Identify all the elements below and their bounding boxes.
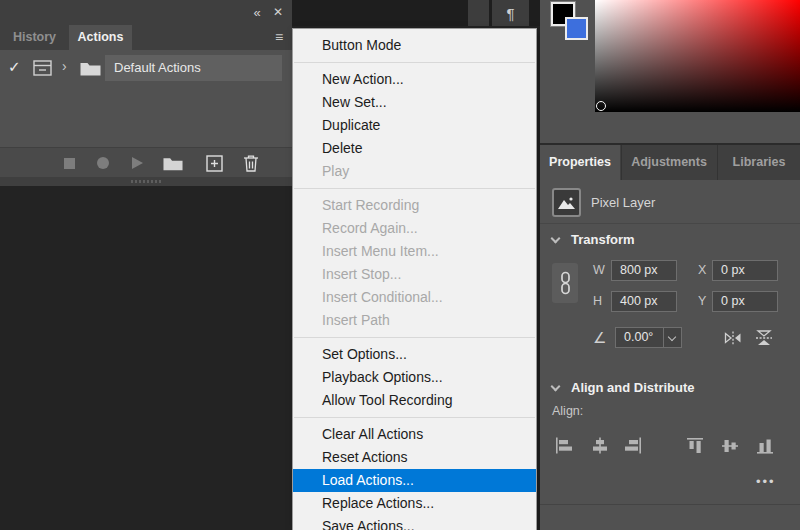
dialog-toggle-icon[interactable] <box>33 60 52 76</box>
align-horizontal-centers-button[interactable] <box>590 437 612 455</box>
background-color-swatch[interactable] <box>565 17 588 40</box>
x-label: X <box>698 260 712 281</box>
image-icon <box>556 195 577 211</box>
section-divider <box>540 504 800 505</box>
play-button[interactable] <box>124 148 150 178</box>
y-label: Y <box>698 291 712 312</box>
menu-item-save-actions[interactable]: Save Actions... <box>293 515 536 530</box>
menu-item-start-recording: Start Recording <box>293 194 536 217</box>
actions-flyout-menu: Button Mode New Action... New Set... Dup… <box>292 28 537 530</box>
menu-item-clear-all-actions[interactable]: Clear All Actions <box>293 423 536 446</box>
paragraph-panel-button[interactable]: ¶ <box>492 0 529 26</box>
align-label: Align: <box>552 404 583 418</box>
align-left-icon <box>555 437 575 454</box>
y-field[interactable]: 0 px <box>712 291 778 312</box>
set-folder-icon <box>80 61 101 76</box>
menu-item-new-action[interactable]: New Action... <box>293 68 536 91</box>
x-field[interactable]: 0 px <box>712 260 778 281</box>
transform-section-header[interactable]: Transform <box>540 230 800 250</box>
menu-separator <box>294 188 535 189</box>
tab-adjustments[interactable]: Adjustments <box>621 145 716 180</box>
rotation-angle-field[interactable]: 0.00° <box>615 327 664 348</box>
angle-dropdown-button[interactable] <box>664 327 682 348</box>
tab-history[interactable]: History <box>0 25 69 50</box>
width-field[interactable]: 800 px <box>611 260 677 281</box>
dock-panel-block[interactable] <box>468 0 489 26</box>
color-cursor-icon[interactable] <box>596 101 606 111</box>
top-dock-strip: ¶ <box>292 0 540 26</box>
menu-item-reset-actions[interactable]: Reset Actions <box>293 446 536 469</box>
menu-item-duplicate[interactable]: Duplicate <box>293 114 536 137</box>
menu-item-delete[interactable]: Delete <box>293 137 536 160</box>
record-icon <box>97 157 109 169</box>
align-section-header[interactable]: Align and Distribute <box>540 378 800 398</box>
menu-separator <box>294 337 535 338</box>
align-vertical-centers-icon <box>720 437 740 455</box>
menu-item-play: Play <box>293 160 536 183</box>
layer-type-label: Pixel Layer <box>591 182 655 224</box>
menu-item-insert-stop: Insert Stop... <box>293 263 536 286</box>
menu-separator <box>294 62 535 63</box>
panel-resize-grip[interactable] <box>0 177 292 186</box>
chain-link-icon <box>559 271 572 295</box>
align-bottom-icon <box>755 437 775 455</box>
actions-panel-titlebar: « ✕ <box>0 0 292 25</box>
align-top-icon <box>685 437 705 455</box>
menu-item-insert-conditional: Insert Conditional... <box>293 286 536 309</box>
actions-toolbar <box>0 147 292 177</box>
menu-item-allow-tool-recording[interactable]: Allow Tool Recording <box>293 389 536 412</box>
menu-item-insert-menu-item: Insert Menu Item... <box>293 240 536 263</box>
new-set-button[interactable] <box>160 148 186 178</box>
align-top-edges-button[interactable] <box>685 437 707 455</box>
align-left-edges-button[interactable] <box>555 437 577 455</box>
align-vertical-centers-button[interactable] <box>720 437 742 455</box>
right-panel: Properties Adjustments Libraries Pixel L… <box>540 0 800 530</box>
align-right-icon <box>622 437 642 454</box>
tab-properties[interactable]: Properties <box>540 145 620 180</box>
actions-panel-tabs: History Actions ≡ <box>0 25 292 50</box>
expand-chevron-icon[interactable]: › <box>62 58 67 74</box>
photoshop-screen: ¶ « ✕ History Actions ≡ ✓ › <box>0 0 800 530</box>
chevron-down-icon <box>551 234 561 244</box>
trash-icon <box>243 154 259 172</box>
grip-dashes <box>131 180 163 183</box>
flip-vertical-icon <box>754 329 774 347</box>
properties-tabbar: Properties Adjustments Libraries <box>540 145 800 180</box>
menu-item-button-mode[interactable]: Button Mode <box>293 34 536 57</box>
actions-panel: « ✕ History Actions ≡ ✓ › Default Action… <box>0 0 292 186</box>
close-panel-icon[interactable]: ✕ <box>268 0 288 25</box>
flip-vertical-button[interactable] <box>753 327 775 348</box>
chevron-down-icon <box>668 333 676 341</box>
align-horizontal-centers-icon <box>590 437 610 454</box>
color-picker-field[interactable] <box>595 0 800 112</box>
flip-horizontal-button[interactable] <box>722 327 744 348</box>
menu-item-set-options[interactable]: Set Options... <box>293 343 536 366</box>
tab-libraries[interactable]: Libraries <box>717 145 800 180</box>
tab-actions[interactable]: Actions <box>69 25 132 50</box>
menu-item-playback-options[interactable]: Playback Options... <box>293 366 536 389</box>
pixel-layer-thumbnail <box>552 188 581 217</box>
include-check-icon[interactable]: ✓ <box>8 58 21 76</box>
link-dimensions-button[interactable] <box>552 263 578 303</box>
width-label: W <box>593 260 607 281</box>
new-action-button[interactable] <box>201 148 227 178</box>
stop-button[interactable] <box>56 148 82 178</box>
panel-menu-icon[interactable]: ≡ <box>269 25 289 50</box>
delete-button[interactable] <box>238 148 264 178</box>
more-options-button[interactable]: ••• <box>756 474 776 489</box>
new-plus-icon <box>206 155 223 172</box>
height-field[interactable]: 400 px <box>611 291 677 312</box>
menu-item-load-actions[interactable]: Load Actions... <box>293 469 536 492</box>
menu-item-replace-actions[interactable]: Replace Actions... <box>293 492 536 515</box>
play-icon <box>132 157 143 169</box>
align-bottom-edges-button[interactable] <box>755 437 777 455</box>
record-button[interactable] <box>90 148 116 178</box>
action-set-row[interactable]: ✓ › Default Actions <box>0 55 292 81</box>
action-set-name[interactable]: Default Actions <box>105 55 282 81</box>
stop-icon <box>64 158 75 169</box>
align-right-edges-button[interactable] <box>622 437 644 455</box>
transform-title: Transform <box>571 230 635 250</box>
menu-separator <box>294 417 535 418</box>
menu-item-new-set[interactable]: New Set... <box>293 91 536 114</box>
collapse-panel-icon[interactable]: « <box>246 0 266 25</box>
